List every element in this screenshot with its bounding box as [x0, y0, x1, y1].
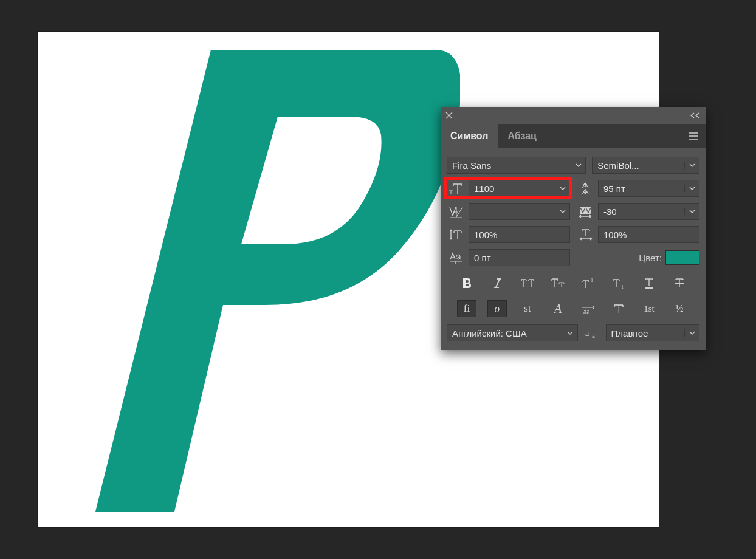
language-dropdown[interactable]: Английский: США	[447, 324, 578, 341]
baseline-shift-field[interactable]: 0 пт	[447, 249, 570, 266]
fractions-toggle[interactable]: ½	[670, 300, 689, 317]
kerning-icon	[447, 203, 465, 220]
font-style-dropdown[interactable]: SemiBol...	[592, 157, 699, 174]
opentype-row: fi σ st A aa 1st ½	[447, 300, 699, 317]
horizontal-scale-icon	[576, 226, 594, 243]
antialias-value: Плавное	[607, 328, 685, 338]
font-family-dropdown[interactable]: Fira Sans	[447, 157, 586, 174]
horizontal-scale-value[interactable]: 100%	[598, 226, 699, 243]
horizontal-scale-field[interactable]: 100%	[576, 226, 699, 243]
color-label: Цвет:	[639, 253, 662, 263]
chevron-down-icon	[563, 329, 577, 337]
font-size-field[interactable]: 1100	[447, 180, 570, 197]
ligatures-toggle[interactable]: fi	[457, 300, 476, 317]
superscript-toggle[interactable]: 1	[579, 275, 598, 292]
vertical-scale-field[interactable]: 100%	[447, 226, 570, 243]
text-style-row: 1 1	[447, 275, 699, 292]
tracking-value: -30	[599, 207, 684, 217]
panel-menu-icon[interactable]	[681, 124, 706, 148]
svg-text:aa: aa	[583, 307, 590, 315]
bold-toggle[interactable]	[457, 275, 476, 292]
smallcaps-toggle[interactable]	[548, 275, 568, 292]
tab-bar: Символ Абзац	[441, 124, 706, 148]
close-panel-icon[interactable]	[445, 112, 453, 119]
chevron-down-icon	[684, 208, 699, 215]
color-swatch[interactable]	[665, 250, 699, 265]
font-size-icon	[447, 180, 465, 197]
sample-letter	[95, 50, 460, 512]
font-style-value: SemiBol...	[593, 160, 684, 171]
svg-text:1: 1	[621, 284, 624, 290]
leading-field[interactable]: 95 пт	[576, 180, 699, 197]
ordinals-toggle[interactable]: 1st	[639, 300, 659, 317]
chevron-down-icon	[684, 185, 699, 192]
titling-alt-toggle[interactable]	[609, 300, 628, 317]
stylistic-alt-toggle[interactable]: aa	[579, 300, 598, 317]
tab-character[interactable]: Символ	[441, 124, 498, 148]
italic-toggle[interactable]	[487, 275, 507, 292]
vertical-scale-icon	[447, 226, 465, 243]
antialias-icon: a a	[584, 324, 600, 341]
baseline-shift-icon	[447, 249, 465, 266]
chevron-down-icon	[555, 185, 569, 192]
collapse-panel-icon[interactable]	[690, 112, 701, 119]
underline-toggle[interactable]	[639, 275, 659, 292]
vertical-scale-value[interactable]: 100%	[469, 226, 570, 243]
svg-text:1: 1	[591, 278, 593, 283]
tab-paragraph[interactable]: Абзац	[498, 124, 546, 148]
font-family-value: Fira Sans	[447, 160, 571, 171]
tracking-field[interactable]: -30	[576, 203, 699, 220]
kerning-field[interactable]	[447, 203, 570, 220]
chevron-down-icon	[684, 162, 699, 169]
antialias-dropdown[interactable]: Плавное	[606, 324, 700, 341]
character-panel: Символ Абзац Fira Sans SemiBol...	[441, 107, 706, 350]
language-value: Английский: США	[447, 328, 563, 338]
swash-toggle[interactable]: A	[548, 300, 568, 317]
svg-text:a: a	[592, 332, 595, 339]
leading-value: 95 пт	[599, 183, 684, 194]
contextual-alt-toggle[interactable]: σ	[487, 300, 507, 317]
font-size-value: 1100	[469, 183, 555, 194]
chevron-down-icon	[684, 329, 699, 337]
chevron-down-icon	[571, 162, 585, 169]
panel-header	[441, 107, 706, 124]
tracking-icon	[576, 203, 594, 220]
baseline-shift-value[interactable]: 0 пт	[469, 249, 570, 266]
svg-text:a: a	[585, 329, 589, 338]
strikethrough-toggle[interactable]	[670, 275, 689, 292]
chevron-down-icon	[555, 208, 569, 215]
leading-icon	[576, 180, 594, 197]
color-field: Цвет:	[576, 250, 699, 265]
subscript-toggle[interactable]: 1	[609, 275, 628, 292]
allcaps-toggle[interactable]	[518, 275, 537, 292]
discretionary-lig-toggle[interactable]: st	[518, 300, 537, 317]
